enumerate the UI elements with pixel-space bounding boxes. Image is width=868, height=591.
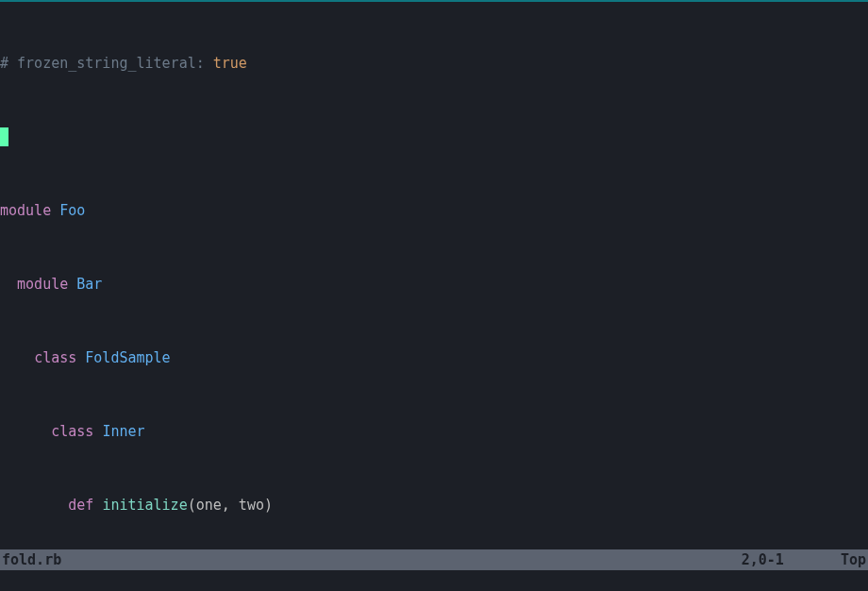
kw-class: class	[51, 423, 93, 440]
comment-hash: #	[0, 55, 8, 72]
params-inner: (one, two)	[188, 497, 273, 514]
code-area[interactable]: # frozen_string_literal: true module Foo…	[0, 2, 868, 591]
status-position: 2,0-1	[742, 549, 841, 570]
code-line: module Bar	[0, 272, 868, 296]
code-line: # frozen_string_literal: true	[0, 51, 868, 76]
kw-module: module	[0, 202, 51, 219]
code-line-cursor	[0, 125, 868, 149]
code-line: def initialize(one, two)	[0, 493, 868, 517]
comment-value: true	[213, 55, 247, 72]
vim-editor[interactable]: # frozen_string_literal: true module Foo…	[0, 0, 868, 591]
cursor-block	[0, 127, 8, 146]
module-name-bar: Bar	[76, 276, 102, 293]
status-scroll: Top	[841, 549, 866, 570]
method-initialize: initialize	[102, 497, 187, 514]
status-spacer	[61, 549, 742, 570]
code-line: class Inner	[0, 419, 868, 444]
code-line: class FoldSample	[0, 346, 868, 370]
status-filename: fold.rb	[2, 549, 61, 570]
code-line: module Foo	[0, 198, 868, 223]
kw-class: class	[34, 349, 76, 366]
kw-def: def	[68, 497, 93, 514]
status-bar: fold.rb 2,0-1 Top	[0, 549, 868, 570]
class-name-inner: Inner	[102, 423, 144, 440]
module-name-foo: Foo	[59, 202, 85, 219]
command-line[interactable]	[0, 570, 868, 591]
comment-key: frozen_string_literal:	[8, 55, 213, 72]
kw-module: module	[17, 276, 68, 293]
class-name-foldsample: FoldSample	[85, 349, 170, 366]
